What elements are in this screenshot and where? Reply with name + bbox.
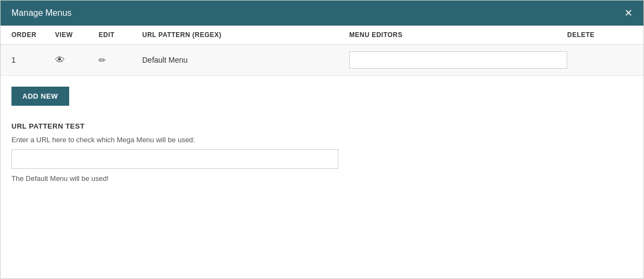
view-icon[interactable]: 👁 <box>55 54 65 66</box>
col-header-url-pattern: URL PATTERN (REGEX) <box>142 31 349 39</box>
modal-body: ADD NEW URL PATTERN TEST Enter a URL her… <box>1 76 643 278</box>
url-test-result: The Default Menu will be used! <box>11 174 633 183</box>
url-pattern-test-title: URL PATTERN TEST <box>11 122 633 130</box>
col-header-menu-editors: MENU EDITORS <box>349 31 567 39</box>
col-header-order: ORDER <box>11 31 55 39</box>
url-test-input[interactable] <box>11 149 338 169</box>
close-button[interactable]: ✕ <box>624 8 633 18</box>
menu-editors-input[interactable] <box>349 51 567 69</box>
url-pattern-test-description: Enter a URL here to check which Mega Men… <box>11 136 633 144</box>
table-header: ORDER VIEW EDIT URL PATTERN (REGEX) MENU… <box>1 26 643 45</box>
row-edit[interactable]: ✏ <box>99 55 142 65</box>
col-header-delete: DELETE <box>567 31 633 39</box>
table-row: 1 👁 ✏ Default Menu <box>1 45 643 76</box>
col-header-edit: EDIT <box>99 31 142 39</box>
url-pattern-test-section: URL PATTERN TEST Enter a URL here to che… <box>11 122 633 183</box>
add-new-button[interactable]: ADD NEW <box>11 87 69 106</box>
row-order: 1 <box>11 56 55 64</box>
manage-menus-modal: Manage Menus ✕ ORDER VIEW EDIT URL PATTE… <box>0 0 644 279</box>
row-url-pattern: Default Menu <box>142 56 349 64</box>
row-menu-editors[interactable] <box>349 51 567 69</box>
col-header-view: VIEW <box>55 31 99 39</box>
modal-title: Manage Menus <box>11 8 71 18</box>
modal-header: Manage Menus ✕ <box>1 1 643 26</box>
edit-icon[interactable]: ✏ <box>99 55 106 65</box>
row-view[interactable]: 👁 <box>55 54 99 66</box>
